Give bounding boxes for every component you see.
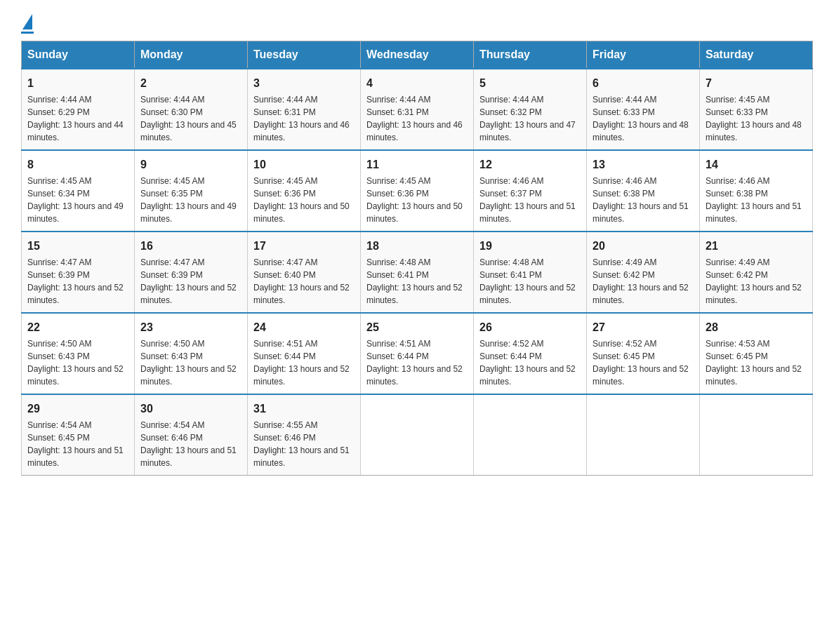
calendar-cell: 31Sunrise: 4:55 AMSunset: 6:46 PMDayligh… bbox=[248, 394, 361, 476]
week-row-1: 1Sunrise: 4:44 AMSunset: 6:29 PMDaylight… bbox=[22, 69, 813, 150]
day-info: Sunrise: 4:45 AMSunset: 6:34 PMDaylight:… bbox=[27, 175, 128, 225]
day-number: 25 bbox=[366, 319, 468, 336]
day-info: Sunrise: 4:51 AMSunset: 6:44 PMDaylight:… bbox=[253, 337, 355, 388]
calendar-cell: 26Sunrise: 4:52 AMSunset: 6:44 PMDayligh… bbox=[474, 313, 587, 394]
day-info: Sunrise: 4:45 AMSunset: 6:36 PMDaylight:… bbox=[253, 175, 355, 225]
calendar-cell: 13Sunrise: 4:46 AMSunset: 6:38 PMDayligh… bbox=[587, 150, 700, 232]
day-info: Sunrise: 4:49 AMSunset: 6:42 PMDaylight:… bbox=[706, 256, 807, 307]
calendar-header-tuesday: Tuesday bbox=[248, 41, 361, 69]
calendar-cell: 20Sunrise: 4:49 AMSunset: 6:42 PMDayligh… bbox=[587, 232, 700, 313]
day-number: 28 bbox=[706, 319, 807, 336]
logo bbox=[21, 14, 34, 34]
day-number: 23 bbox=[140, 319, 241, 336]
week-row-3: 15Sunrise: 4:47 AMSunset: 6:39 PMDayligh… bbox=[22, 232, 813, 313]
day-info: Sunrise: 4:47 AMSunset: 6:40 PMDaylight:… bbox=[253, 256, 355, 307]
day-number: 24 bbox=[253, 319, 355, 336]
day-number: 2 bbox=[140, 75, 241, 92]
day-number: 29 bbox=[27, 401, 128, 417]
calendar-cell: 22Sunrise: 4:50 AMSunset: 6:43 PMDayligh… bbox=[22, 313, 135, 394]
day-info: Sunrise: 4:44 AMSunset: 6:32 PMDaylight:… bbox=[479, 93, 581, 144]
day-number: 17 bbox=[253, 238, 355, 255]
day-info: Sunrise: 4:47 AMSunset: 6:39 PMDaylight:… bbox=[140, 256, 241, 307]
calendar-cell: 14Sunrise: 4:46 AMSunset: 6:38 PMDayligh… bbox=[700, 150, 813, 232]
day-number: 7 bbox=[706, 75, 807, 92]
day-info: Sunrise: 4:44 AMSunset: 6:31 PMDaylight:… bbox=[253, 93, 355, 144]
day-number: 1 bbox=[27, 75, 128, 92]
calendar-cell: 10Sunrise: 4:45 AMSunset: 6:36 PMDayligh… bbox=[248, 150, 361, 232]
day-info: Sunrise: 4:45 AMSunset: 6:33 PMDaylight:… bbox=[706, 93, 807, 144]
calendar-cell: 16Sunrise: 4:47 AMSunset: 6:39 PMDayligh… bbox=[135, 232, 248, 313]
day-info: Sunrise: 4:44 AMSunset: 6:33 PMDaylight:… bbox=[593, 93, 694, 144]
calendar-cell bbox=[700, 394, 813, 476]
day-number: 11 bbox=[366, 156, 468, 173]
day-number: 19 bbox=[479, 238, 581, 255]
logo-triangle-icon bbox=[22, 14, 32, 29]
calendar-header-sunday: Sunday bbox=[22, 41, 135, 69]
day-number: 18 bbox=[366, 238, 468, 255]
day-info: Sunrise: 4:44 AMSunset: 6:31 PMDaylight:… bbox=[366, 93, 468, 144]
week-row-4: 22Sunrise: 4:50 AMSunset: 6:43 PMDayligh… bbox=[22, 313, 813, 394]
day-number: 15 bbox=[27, 238, 128, 255]
logo-underline bbox=[21, 32, 34, 34]
calendar-header-row: SundayMondayTuesdayWednesdayThursdayFrid… bbox=[22, 41, 813, 69]
calendar-cell: 29Sunrise: 4:54 AMSunset: 6:45 PMDayligh… bbox=[22, 394, 135, 476]
day-info: Sunrise: 4:46 AMSunset: 6:37 PMDaylight:… bbox=[479, 175, 581, 225]
day-number: 14 bbox=[706, 156, 807, 173]
day-info: Sunrise: 4:48 AMSunset: 6:41 PMDaylight:… bbox=[479, 256, 581, 307]
calendar-header-monday: Monday bbox=[135, 41, 248, 69]
day-number: 9 bbox=[140, 156, 241, 173]
day-number: 21 bbox=[706, 238, 807, 255]
day-number: 4 bbox=[366, 75, 468, 92]
calendar-header-wednesday: Wednesday bbox=[361, 41, 474, 69]
calendar-cell: 15Sunrise: 4:47 AMSunset: 6:39 PMDayligh… bbox=[22, 232, 135, 313]
calendar-cell: 5Sunrise: 4:44 AMSunset: 6:32 PMDaylight… bbox=[474, 69, 587, 150]
calendar-header-saturday: Saturday bbox=[700, 41, 813, 69]
week-row-5: 29Sunrise: 4:54 AMSunset: 6:45 PMDayligh… bbox=[22, 394, 813, 476]
calendar-cell: 23Sunrise: 4:50 AMSunset: 6:43 PMDayligh… bbox=[135, 313, 248, 394]
calendar-cell: 3Sunrise: 4:44 AMSunset: 6:31 PMDaylight… bbox=[248, 69, 361, 150]
day-info: Sunrise: 4:46 AMSunset: 6:38 PMDaylight:… bbox=[706, 175, 807, 225]
calendar-header-thursday: Thursday bbox=[474, 41, 587, 69]
day-info: Sunrise: 4:54 AMSunset: 6:45 PMDaylight:… bbox=[27, 419, 128, 469]
day-number: 6 bbox=[593, 75, 694, 92]
day-number: 3 bbox=[253, 75, 355, 92]
day-number: 20 bbox=[593, 238, 694, 255]
calendar-cell: 18Sunrise: 4:48 AMSunset: 6:41 PMDayligh… bbox=[361, 232, 474, 313]
day-info: Sunrise: 4:44 AMSunset: 6:29 PMDaylight:… bbox=[27, 93, 128, 144]
calendar-header-friday: Friday bbox=[587, 41, 700, 69]
calendar-cell: 19Sunrise: 4:48 AMSunset: 6:41 PMDayligh… bbox=[474, 232, 587, 313]
day-number: 12 bbox=[479, 156, 581, 173]
calendar-cell: 30Sunrise: 4:54 AMSunset: 6:46 PMDayligh… bbox=[135, 394, 248, 476]
calendar-cell bbox=[587, 394, 700, 476]
day-info: Sunrise: 4:45 AMSunset: 6:35 PMDaylight:… bbox=[140, 175, 241, 225]
day-info: Sunrise: 4:51 AMSunset: 6:44 PMDaylight:… bbox=[366, 337, 468, 388]
page-header bbox=[21, 14, 813, 34]
calendar-cell: 27Sunrise: 4:52 AMSunset: 6:45 PMDayligh… bbox=[587, 313, 700, 394]
calendar-cell: 28Sunrise: 4:53 AMSunset: 6:45 PMDayligh… bbox=[700, 313, 813, 394]
day-info: Sunrise: 4:50 AMSunset: 6:43 PMDaylight:… bbox=[140, 337, 241, 388]
day-number: 22 bbox=[27, 319, 128, 336]
calendar-cell: 21Sunrise: 4:49 AMSunset: 6:42 PMDayligh… bbox=[700, 232, 813, 313]
day-info: Sunrise: 4:49 AMSunset: 6:42 PMDaylight:… bbox=[593, 256, 694, 307]
day-info: Sunrise: 4:52 AMSunset: 6:44 PMDaylight:… bbox=[479, 337, 581, 388]
calendar-cell: 25Sunrise: 4:51 AMSunset: 6:44 PMDayligh… bbox=[361, 313, 474, 394]
day-info: Sunrise: 4:47 AMSunset: 6:39 PMDaylight:… bbox=[27, 256, 128, 307]
calendar-cell: 2Sunrise: 4:44 AMSunset: 6:30 PMDaylight… bbox=[135, 69, 248, 150]
calendar-cell bbox=[474, 394, 587, 476]
calendar-cell: 6Sunrise: 4:44 AMSunset: 6:33 PMDaylight… bbox=[587, 69, 700, 150]
day-number: 30 bbox=[140, 401, 241, 417]
day-info: Sunrise: 4:54 AMSunset: 6:46 PMDaylight:… bbox=[140, 419, 241, 469]
calendar-cell: 8Sunrise: 4:45 AMSunset: 6:34 PMDaylight… bbox=[22, 150, 135, 232]
day-number: 13 bbox=[593, 156, 694, 173]
calendar-cell: 12Sunrise: 4:46 AMSunset: 6:37 PMDayligh… bbox=[474, 150, 587, 232]
day-info: Sunrise: 4:55 AMSunset: 6:46 PMDaylight:… bbox=[253, 419, 355, 469]
day-info: Sunrise: 4:45 AMSunset: 6:36 PMDaylight:… bbox=[366, 175, 468, 225]
day-info: Sunrise: 4:44 AMSunset: 6:30 PMDaylight:… bbox=[140, 93, 241, 144]
calendar-table: SundayMondayTuesdayWednesdayThursdayFrid… bbox=[21, 41, 813, 476]
day-info: Sunrise: 4:52 AMSunset: 6:45 PMDaylight:… bbox=[593, 337, 694, 388]
calendar-cell: 7Sunrise: 4:45 AMSunset: 6:33 PMDaylight… bbox=[700, 69, 813, 150]
day-info: Sunrise: 4:46 AMSunset: 6:38 PMDaylight:… bbox=[593, 175, 694, 225]
calendar-cell: 4Sunrise: 4:44 AMSunset: 6:31 PMDaylight… bbox=[361, 69, 474, 150]
day-number: 8 bbox=[27, 156, 128, 173]
day-info: Sunrise: 4:53 AMSunset: 6:45 PMDaylight:… bbox=[706, 337, 807, 388]
